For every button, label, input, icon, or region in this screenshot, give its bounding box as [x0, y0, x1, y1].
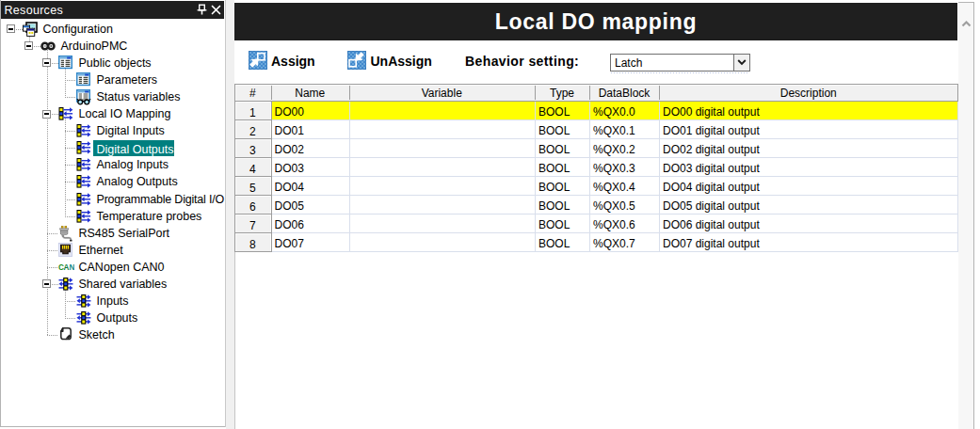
svg-text:N: N [69, 263, 74, 272]
